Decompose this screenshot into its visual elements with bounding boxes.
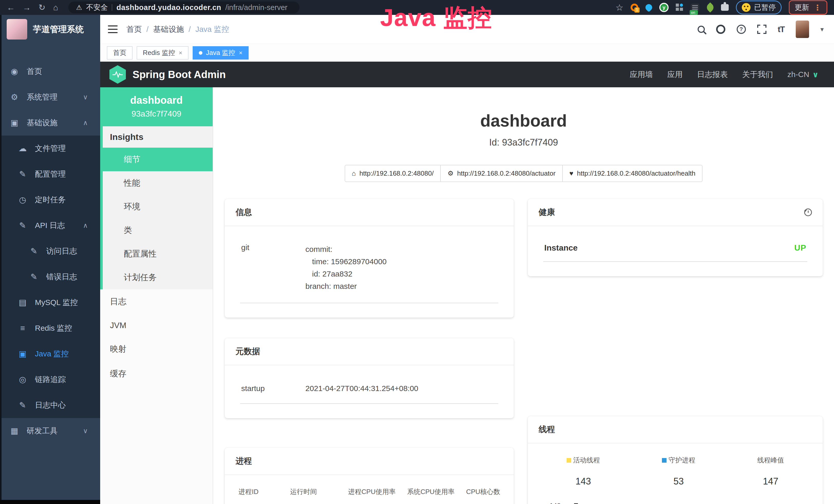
sba-item-classes[interactable]: 类: [103, 219, 213, 242]
info-card-header: 信息: [225, 199, 514, 226]
sba-locale-select[interactable]: zh-CN ∨: [788, 70, 818, 79]
sba-item-scheduled-tasks[interactable]: 计划任务: [103, 266, 213, 289]
extension-grid-icon[interactable]: [676, 4, 683, 11]
sba-nav-about[interactable]: 关于我们: [742, 69, 773, 80]
sidebar-item-access-logs[interactable]: ✎ 访问日志: [0, 238, 100, 264]
actuator-url-chip[interactable]: ⚙ http://192.168.0.2:48080/actuator: [440, 165, 563, 182]
tab-java-monitor[interactable]: Java 监控 ×: [193, 46, 249, 60]
metadata-card: 元数据 startup 2021-04-27T00:44:31.254+08:0…: [225, 338, 514, 418]
header-actions: ? tT ▾: [698, 21, 824, 38]
dashboard-icon: ◉: [9, 67, 20, 76]
sba-brand-title[interactable]: Spring Boot Admin: [133, 69, 226, 81]
admin-sidebar: 芋道管理系统 ◉ 首页 ⚙ 系统管理 ∨ ▣ 基础设施 ∧ ☁ 文件管理: [0, 15, 100, 504]
not-secure-label: 不安全: [86, 3, 108, 12]
sidebar-item-system[interactable]: ⚙ 系统管理 ∨: [0, 84, 100, 110]
threads-card-header: 线程: [528, 416, 823, 443]
sba-nav-wallboard[interactable]: 应用墙: [630, 69, 653, 80]
instance-id: 93a3fc7f7409: [103, 109, 210, 119]
sba-nav-applications[interactable]: 应用: [667, 69, 683, 80]
breadcrumb-infrastructure[interactable]: 基础设施: [153, 24, 184, 35]
sidebar-item-mysql-monitor[interactable]: ▤ MySQL 监控: [0, 290, 100, 315]
history-icon[interactable]: [804, 208, 812, 216]
health-card-body: Instance UP: [528, 226, 823, 276]
font-size-icon[interactable]: tT: [778, 25, 785, 34]
heartbeat-icon: ♥: [569, 169, 573, 177]
sba-item-caches[interactable]: 缓存: [100, 362, 213, 386]
annotation-java-monitor: Java 监控: [380, 2, 492, 34]
address-bar[interactable]: ⚠ 不安全 dashboard.yudao.iocoder.cn /infra/…: [68, 2, 300, 13]
sba-instance-block[interactable]: dashboard 93a3fc7f7409: [100, 87, 213, 126]
browser-back-icon[interactable]: ←: [7, 3, 15, 12]
sba-item-jvm[interactable]: JVM: [100, 314, 213, 337]
profile-paused-chip[interactable]: 已暂停: [736, 1, 782, 15]
extension-pin-icon[interactable]: [644, 3, 654, 12]
update-label: 更新: [795, 3, 809, 12]
user-menu-caret-icon[interactable]: ▾: [820, 25, 824, 33]
close-tab-icon[interactable]: ×: [179, 49, 182, 56]
app-logo-row[interactable]: 芋道管理系统: [0, 15, 100, 44]
hamburger-icon[interactable]: [108, 25, 118, 33]
health-card-title: 健康: [539, 207, 555, 218]
sidebar-item-home[interactable]: ◉ 首页: [0, 59, 100, 84]
sba-item-logging[interactable]: 日志: [100, 289, 213, 314]
sba-nav-journal[interactable]: 日志报表: [697, 69, 728, 80]
extension-youdao-icon[interactable]: y: [659, 3, 668, 12]
sba-item-mappings[interactable]: 映射: [100, 337, 213, 362]
sidebar-item-infrastructure[interactable]: ▣ 基础设施 ∧: [0, 110, 100, 136]
extension-orange-icon[interactable]: 1: [631, 4, 638, 11]
github-icon[interactable]: [716, 25, 725, 34]
sba-item-details[interactable]: 细节: [100, 147, 213, 171]
sidebar-menu: ◉ 首页 ⚙ 系统管理 ∨ ▣ 基础设施 ∧ ☁ 文件管理 ✎ 配置管: [0, 59, 100, 504]
browser-home-icon[interactable]: ⌂: [53, 3, 58, 12]
fullscreen-icon[interactable]: [757, 25, 766, 34]
spring-boot-admin-logo-icon[interactable]: [109, 65, 126, 84]
legend-yellow-icon: [567, 458, 571, 463]
stat-cpu-cores: CPU核心数 2: [466, 487, 500, 504]
search-icon[interactable]: [698, 26, 705, 33]
sidebar-item-trace[interactable]: ◎ 链路追踪: [0, 367, 100, 392]
sidebar-item-redis-monitor[interactable]: ≡ Redis 监控: [0, 315, 100, 341]
threads-card: 线程 活动线程 143: [528, 416, 823, 504]
sba-item-config-props[interactable]: 配置属性: [103, 242, 213, 266]
health-url-chip[interactable]: ♥ http://192.168.0.2:48080/actuator/heal…: [562, 165, 703, 182]
sba-navbar: Spring Boot Admin 应用墙 应用 日志报表 关于我们 zh-CN…: [100, 62, 834, 87]
tab-home[interactable]: 首页: [107, 46, 133, 60]
log-edit-icon: ✎: [28, 272, 40, 282]
chrome-update-button[interactable]: 更新 ⋮: [789, 0, 827, 15]
extension-y-glyph: y: [660, 4, 667, 11]
screen: ← → ↻ ⌂ ⚠ 不安全 dashboard.yudao.iocoder.cn…: [0, 0, 834, 504]
service-url-chip[interactable]: ⌂ http://192.168.0.2:48080/: [345, 165, 441, 182]
threads-card-title: 线程: [539, 424, 555, 435]
sidebar-item-config-manage[interactable]: ✎ 配置管理: [0, 161, 100, 187]
stack-icon: ≡: [17, 323, 28, 333]
sidebar-item-file-manage[interactable]: ☁ 文件管理: [0, 136, 100, 161]
sidebar-item-dev-tools[interactable]: ▦ 研发工具 ∨: [0, 418, 100, 444]
breadcrumb: 首页 / 基础设施 / Java 监控: [126, 24, 229, 35]
bookmark-star-icon[interactable]: ☆: [616, 2, 623, 13]
instance-id-line: Id: 93a3fc7f7409: [213, 137, 834, 148]
sidebar-item-java-monitor[interactable]: ▣ Java 监控: [0, 341, 100, 367]
help-icon[interactable]: ?: [737, 25, 746, 34]
health-card-header: 健康: [528, 199, 823, 226]
browser-reload-icon[interactable]: ↻: [39, 3, 45, 12]
y-tick-140: 140: [541, 502, 566, 504]
sidebar-item-api-logs[interactable]: ✎ API 日志 ∧: [0, 212, 100, 238]
sba-item-metrics[interactable]: 性能: [103, 171, 213, 195]
sidebar-item-log-center[interactable]: ✎ 日志中心: [0, 392, 100, 418]
close-tab-icon[interactable]: ×: [239, 49, 242, 56]
sidebar-item-error-logs[interactable]: ✎ 错误日志: [0, 264, 100, 290]
extension-onetab-icon[interactable]: on: [691, 4, 699, 11]
browser-forward-icon[interactable]: →: [23, 3, 31, 12]
breadcrumb-home[interactable]: 首页: [126, 24, 142, 35]
extension-leaf-icon[interactable]: [705, 2, 715, 13]
user-avatar[interactable]: [796, 21, 809, 38]
startup-row: startup 2021-04-27T00:44:31.254+08:00: [240, 378, 498, 404]
sba-section-insights[interactable]: Insights: [103, 126, 213, 147]
metadata-card-header: 元数据: [225, 338, 514, 365]
tab-redis-monitor[interactable]: Redis 监控 ×: [137, 46, 189, 60]
sba-item-environment[interactable]: 环境: [103, 195, 213, 219]
info-card-title: 信息: [236, 207, 252, 218]
sidebar-item-scheduled-jobs[interactable]: ◷ 定时任务: [0, 187, 100, 212]
browser-menu-kebab-icon[interactable]: ⋮: [814, 3, 821, 12]
extensions-puzzle-icon[interactable]: [721, 4, 729, 11]
